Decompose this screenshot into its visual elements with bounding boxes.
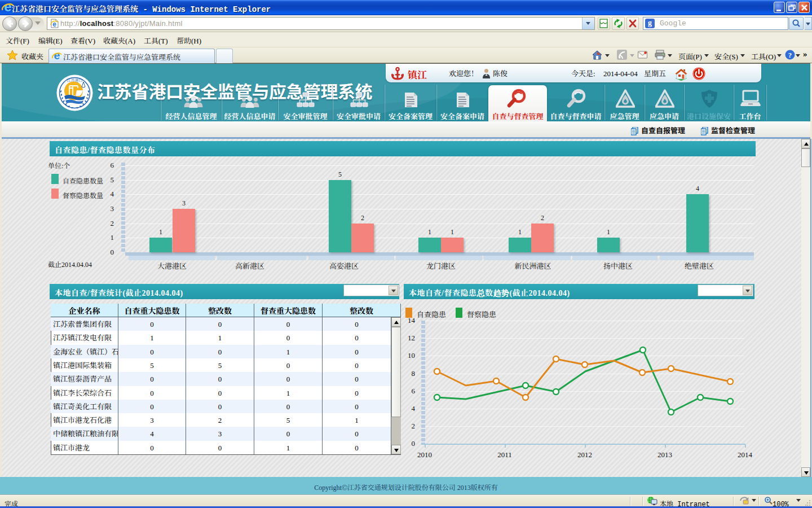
svg-text:?: ?	[788, 51, 792, 59]
svg-text:e: e	[4, 1, 11, 14]
svg-text:e: e	[54, 51, 60, 61]
